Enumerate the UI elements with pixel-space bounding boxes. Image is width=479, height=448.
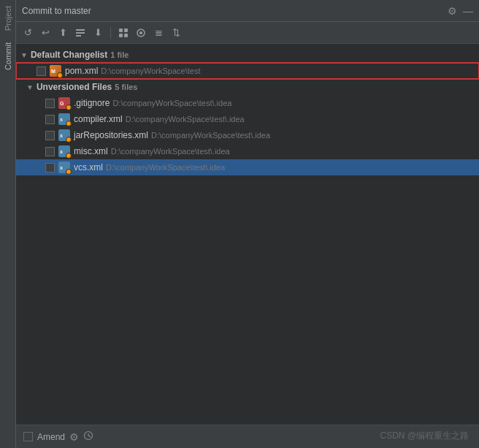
compiler-xml-badge [66, 121, 72, 126]
sidebar-tab-commit[interactable]: Commit [1, 37, 15, 76]
compiler-xml-filepath: D:\companyWorkSpace\test\.idea [126, 115, 245, 124]
toolbar-separator-1 [110, 27, 111, 39]
file-item-misc-xml[interactable]: X misc.xml D:\companyWorkSpace\test\.ide… [16, 143, 479, 159]
unversioned-files-count: 5 files [115, 83, 137, 91]
svg-text:X: X [60, 118, 63, 122]
default-changelist-header[interactable]: ▼ Default Changelist 1 file [16, 47, 479, 63]
gitignore-filename: .gitignore [74, 98, 110, 108]
title-icons: ⚙ — [448, 5, 473, 17]
amend-label: Amend [37, 432, 65, 442]
misc-xml-checkbox[interactable] [45, 147, 55, 156]
gitignore-icon-wrapper: G [58, 97, 70, 109]
pom-xml-checkbox[interactable] [37, 67, 46, 76]
svg-text:G: G [60, 101, 64, 106]
file-item-vcs-xml[interactable]: X vcs.xml D:\companyWorkSpace\test\.idea [16, 159, 479, 175]
svg-text:X: X [60, 166, 63, 170]
refresh-button[interactable]: ↺ [20, 26, 35, 40]
move-button[interactable]: ⬆ [55, 26, 70, 40]
svg-text:M: M [51, 69, 55, 74]
gitignore-badge [66, 105, 72, 110]
gitignore-filepath: D:\companyWorkSpace\test\.idea [112, 99, 231, 107]
jar-repositories-xml-filename: jarRepositories.xml [74, 130, 148, 140]
svg-point-8 [139, 31, 142, 34]
vcs-xml-icon-wrapper: X [58, 162, 70, 173]
pom-xml-filepath: D:\companyWorkSpace\test [101, 67, 200, 75]
unversioned-files-header[interactable]: ▼ Unversioned Files 5 files [16, 79, 479, 95]
side-tabs: Project Commit [0, 0, 16, 448]
title-text: Commit to master [22, 6, 91, 16]
svg-rect-4 [124, 29, 128, 32]
group-button[interactable] [116, 26, 131, 40]
svg-text:X: X [60, 134, 63, 138]
gitignore-checkbox[interactable] [45, 99, 55, 108]
file-item-compiler-xml[interactable]: X compiler.xml D:\companyWorkSpace\test\… [16, 111, 479, 127]
watermark: CSDN @编程重生之路 [380, 430, 469, 442]
compiler-xml-filename: compiler.xml [74, 114, 123, 124]
pom-xml-badge [57, 72, 63, 78]
jar-repositories-xml-icon-wrapper: X [58, 129, 70, 141]
download-button[interactable]: ⬇ [91, 26, 105, 40]
svg-rect-5 [119, 34, 123, 37]
svg-rect-0 [76, 29, 85, 31]
default-changelist-chevron: ▼ [20, 51, 28, 59]
vcs-xml-filepath: D:\companyWorkSpace\test\.idea [106, 163, 225, 172]
default-changelist-label: Default Changelist [31, 50, 107, 60]
misc-xml-icon-wrapper: X [58, 145, 70, 157]
settings-icon[interactable]: ⚙ [448, 5, 457, 17]
amend-section: Amend ⚙ [23, 430, 93, 443]
bottom-history-icon[interactable] [83, 430, 93, 443]
jar-repositories-xml-filepath: D:\companyWorkSpace\test\.idea [151, 131, 270, 140]
file-tree[interactable]: ▼ Default Changelist 1 file M pom.xml D:… [16, 44, 479, 425]
amend-checkbox[interactable] [23, 432, 33, 441]
unversioned-files-label: Unversioned Files [37, 82, 112, 92]
filter-button[interactable] [134, 26, 148, 40]
vcs-xml-filename: vcs.xml [74, 162, 103, 172]
sidebar-tab-project[interactable]: Project [1, 0, 15, 37]
svg-rect-6 [124, 34, 128, 37]
diff-button[interactable] [73, 26, 88, 40]
undo-button[interactable]: ↩ [38, 26, 53, 40]
main-container: Project Commit Commit to master ⚙ — ↺ ↩ … [0, 0, 479, 448]
svg-rect-2 [76, 35, 81, 37]
misc-xml-badge [66, 153, 72, 159]
misc-xml-filepath: D:\companyWorkSpace\test\.idea [111, 147, 230, 156]
expand-button[interactable]: ⇅ [169, 26, 183, 40]
toolbar: ↺ ↩ ⬆ ⬇ ≣ ⇅ [16, 22, 479, 44]
compiler-xml-icon-wrapper: X [58, 113, 70, 125]
sort-button[interactable]: ≣ [151, 26, 166, 40]
minimize-icon[interactable]: — [463, 5, 473, 17]
jar-repositories-xml-checkbox[interactable] [45, 131, 55, 140]
vcs-xml-checkbox[interactable] [45, 163, 55, 172]
default-changelist-count: 1 file [110, 50, 129, 59]
compiler-xml-checkbox[interactable] [45, 115, 55, 124]
file-item-jar-repositories-xml[interactable]: X jarRepositories.xml D:\companyWorkSpac… [16, 127, 479, 143]
jar-repositories-xml-badge [66, 137, 72, 143]
bottom-settings-icon[interactable]: ⚙ [69, 431, 79, 443]
svg-rect-1 [76, 32, 85, 34]
pom-xml-icon-wrapper: M [50, 65, 61, 77]
file-item-gitignore[interactable]: G .gitignore D:\companyWorkSpace\test\.i… [16, 95, 479, 111]
svg-text:X: X [60, 150, 63, 154]
pom-xml-filename: pom.xml [65, 66, 98, 76]
vcs-xml-badge [66, 169, 72, 175]
file-item-pom-xml[interactable]: M pom.xml D:\companyWorkSpace\test [16, 63, 479, 79]
unversioned-files-chevron: ▼ [26, 83, 34, 91]
title-bar: Commit to master ⚙ — [16, 0, 479, 22]
svg-line-17 [88, 436, 91, 437]
panel: Commit to master ⚙ — ↺ ↩ ⬆ ⬇ ≣ ⇅ [16, 0, 479, 448]
svg-rect-3 [119, 29, 123, 32]
misc-xml-filename: misc.xml [74, 146, 108, 156]
